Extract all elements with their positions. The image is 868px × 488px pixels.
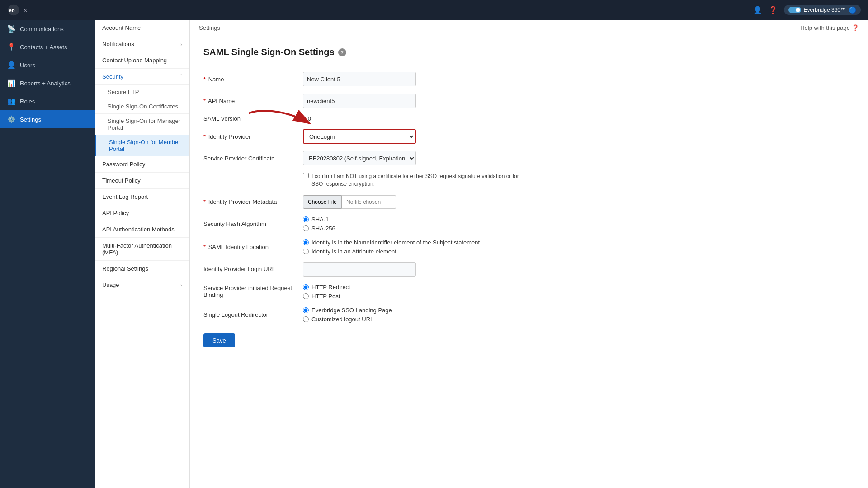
sha256-radio-label[interactable]: SHA-256 xyxy=(303,225,854,232)
sidebar-sso-certificates[interactable]: Single Sign-On Certificates xyxy=(95,99,189,114)
custom-logout-radio[interactable] xyxy=(303,316,309,322)
api-name-input[interactable] xyxy=(303,94,416,108)
everbridge-sso-radio-label[interactable]: Everbridge SSO Landing Page xyxy=(303,307,854,314)
communications-icon: 📡 xyxy=(7,25,15,33)
form-row-metadata: * Identity Provider Metadata Choose File… xyxy=(203,192,854,212)
field-value-cert: EB20280802 (Self-signed, Expiration On: … xyxy=(303,147,854,169)
sidebar-notifications[interactable]: Notifications › xyxy=(95,36,189,52)
attribute-radio[interactable] xyxy=(303,249,309,254)
http-redirect-radio-label[interactable]: HTTP Redirect xyxy=(303,284,854,291)
hash-algorithm-radio-group: SHA-1 SHA-256 xyxy=(303,216,854,232)
sidebar-item-settings[interactable]: ⚙️ Settings xyxy=(0,110,95,128)
notifications-chevron: › xyxy=(180,42,182,47)
field-label-idp-login-url: Identity Provider Login URL xyxy=(203,258,303,280)
idp-login-url-input[interactable] xyxy=(303,262,416,277)
toggle-circle-icon: 🔵 xyxy=(849,6,856,14)
sha256-radio[interactable] xyxy=(303,225,309,231)
sidebar-sso-member-portal[interactable]: Single Sign-On for Member Portal xyxy=(95,135,189,156)
nameidentifier-radio-label[interactable]: Identity is in the NameIdentifier elemen… xyxy=(303,239,854,246)
cert-checkbox[interactable] xyxy=(303,173,309,178)
required-star: * xyxy=(203,76,206,83)
reports-icon: 📊 xyxy=(7,79,15,87)
top-nav-right: 👤 ❓ Everbridge 360™ 🔵 xyxy=(753,5,861,15)
file-input-wrapper: Choose File No file chosen xyxy=(303,195,854,209)
sidebar-contact-upload-mapping[interactable]: Contact Upload Mapping xyxy=(95,52,189,69)
field-label-identity-provider: * Identity Provider xyxy=(203,126,303,147)
sidebar-api-policy[interactable]: API Policy xyxy=(95,205,189,221)
http-redirect-radio[interactable] xyxy=(303,284,309,290)
help-icon[interactable]: ❓ xyxy=(769,6,778,14)
required-star: * xyxy=(203,98,206,104)
logo[interactable]: eb xyxy=(7,4,20,16)
choose-file-button[interactable]: Choose File xyxy=(303,195,342,209)
field-value-logout-redirector: Everbridge SSO Landing Page Customized l… xyxy=(303,303,854,326)
settings-icon: ⚙️ xyxy=(7,115,15,123)
sidebar-item-label: Roles xyxy=(20,98,35,105)
form-row-saml-identity-location: * SAML Identity Location Identity is in … xyxy=(203,235,854,258)
sha1-radio-label[interactable]: SHA-1 xyxy=(303,216,854,223)
field-label-request-binding: Service Provider initiated Request Bindi… xyxy=(203,280,303,303)
field-value-saml-identity-location: Identity is in the NameIdentifier elemen… xyxy=(303,235,854,258)
sidebar-item-reports-analytics[interactable]: 📊 Reports + Analytics xyxy=(0,74,95,92)
field-label-saml-identity-location: * SAML Identity Location xyxy=(203,235,303,258)
main-header: Settings Help with this page ❓ xyxy=(190,20,868,36)
sha1-radio[interactable] xyxy=(303,216,309,222)
field-value-idp-login-url xyxy=(303,258,854,280)
page-title-help-icon[interactable]: ? xyxy=(338,48,346,56)
field-value-identity-provider: ADFS Azure AD Google Okta OneLogin PingF… xyxy=(303,126,854,147)
field-value-metadata: Choose File No file chosen xyxy=(303,192,854,212)
form-row-logout-redirector: Single Logout Redirector Everbridge SSO … xyxy=(203,303,854,326)
breadcrumb: Settings xyxy=(199,24,220,31)
sidebar-api-auth-methods[interactable]: API Authentication Methods xyxy=(95,221,189,238)
help-link[interactable]: Help with this page ❓ xyxy=(800,24,859,31)
custom-logout-radio-label[interactable]: Customized logout URL xyxy=(303,316,854,323)
form-row-hash-algorithm: Security Hash Algorithm SHA-1 SHA- xyxy=(203,212,854,235)
help-link-icon: ❓ xyxy=(852,24,859,31)
field-label-api-name: * API Name xyxy=(203,90,303,112)
everbridge-sso-radio[interactable] xyxy=(303,307,309,313)
sidebar-secure-ftp[interactable]: Secure FTP xyxy=(95,85,189,99)
logout-redirector-radio-group: Everbridge SSO Landing Page Customized l… xyxy=(303,307,854,323)
sidebar-account-name[interactable]: Account Name xyxy=(95,20,189,36)
required-star: * xyxy=(203,244,206,250)
sidebar-security[interactable]: Security ˅ xyxy=(95,69,189,85)
field-label-hash-algorithm: Security Hash Algorithm xyxy=(203,212,303,235)
sidebar-item-label: Communications xyxy=(20,26,64,33)
save-button[interactable]: Save xyxy=(203,333,235,347)
identity-provider-cell: ADFS Azure AD Google Okta OneLogin PingF… xyxy=(303,129,416,144)
name-input[interactable] xyxy=(303,72,416,86)
identity-provider-select[interactable]: ADFS Azure AD Google Okta OneLogin PingF… xyxy=(303,129,416,144)
sidebar-password-policy[interactable]: Password Policy xyxy=(95,156,189,173)
form-row-cert: Service Provider Certificate EB20280802 … xyxy=(203,147,854,169)
request-binding-radio-group: HTTP Redirect HTTP Post xyxy=(303,284,854,300)
sidebar-event-log-report[interactable]: Event Log Report xyxy=(95,189,189,205)
sidebar-regional-settings[interactable]: Regional Settings xyxy=(95,261,189,277)
sidebar-item-contacts-assets[interactable]: 📍 Contacts + Assets xyxy=(0,38,95,56)
field-label-cert-checkbox xyxy=(203,169,303,192)
toggle-label: Everbridge 360™ xyxy=(804,7,846,13)
cert-select[interactable]: EB20280802 (Self-signed, Expiration On: … xyxy=(303,151,416,165)
sidebar-item-communications[interactable]: 📡 Communications xyxy=(0,20,95,38)
field-label-cert: Service Provider Certificate xyxy=(203,147,303,169)
http-post-radio[interactable] xyxy=(303,293,309,299)
user-icon[interactable]: 👤 xyxy=(753,6,762,14)
nameidentifier-radio[interactable] xyxy=(303,239,309,245)
roles-icon: 👥 xyxy=(7,97,15,105)
help-link-label: Help with this page xyxy=(800,24,850,31)
sidebar-item-users[interactable]: 👤 Users xyxy=(0,56,95,74)
sidebar-timeout-policy[interactable]: Timeout Policy xyxy=(95,173,189,189)
sidebar-usage[interactable]: Usage › xyxy=(95,277,189,293)
sidebar-mfa[interactable]: Multi-Factor Authentication (MFA) xyxy=(95,238,189,261)
everbridge-360-toggle[interactable]: Everbridge 360™ 🔵 xyxy=(784,5,861,15)
http-post-radio-label[interactable]: HTTP Post xyxy=(303,293,854,300)
collapse-nav-button[interactable]: « xyxy=(24,6,27,14)
attribute-radio-label[interactable]: Identity is in an Attribute element xyxy=(303,248,854,255)
sidebar-item-roles[interactable]: 👥 Roles xyxy=(0,92,95,110)
sidebar-sso-manager-portal[interactable]: Single Sign-On for Manager Portal xyxy=(95,114,189,135)
main-content: Settings Help with this page ❓ SAML Sing… xyxy=(190,20,868,488)
required-star: * xyxy=(203,198,206,205)
toggle-knob xyxy=(796,8,800,12)
cert-checkbox-label[interactable]: I confirm I am NOT using a certificate f… xyxy=(303,173,529,188)
form-row-api-name: * API Name xyxy=(203,90,854,112)
svg-text:eb: eb xyxy=(9,8,15,13)
